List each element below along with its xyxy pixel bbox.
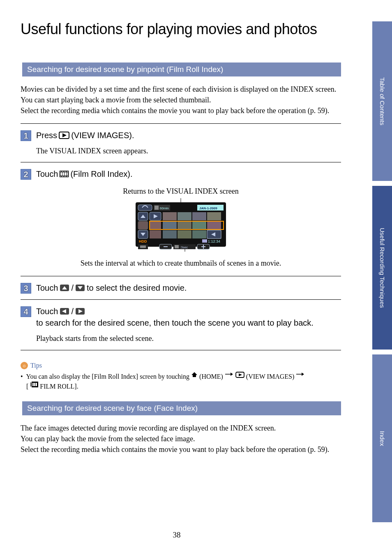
svg-rect-15 xyxy=(65,176,66,177)
svg-rect-16 xyxy=(67,176,68,177)
step-3-title: Touch / to select the desired movie. xyxy=(36,282,187,294)
step-num-1: 1 xyxy=(21,130,31,141)
section-heading-face-index: Searching for desired scene by face (Fac… xyxy=(21,401,341,415)
section1-intro: Movies can be divided by a set time and … xyxy=(21,84,341,116)
svg-marker-79 xyxy=(239,373,242,376)
page-title: Useful functions for playing movies and … xyxy=(21,21,341,38)
svg-rect-13 xyxy=(62,176,63,177)
svg-text:1:12:34: 1:12:34 xyxy=(208,239,220,243)
svg-rect-7 xyxy=(60,171,61,172)
left-button-icon xyxy=(60,308,69,315)
svg-rect-44 xyxy=(178,230,191,238)
svg-rect-6 xyxy=(67,172,68,176)
step-3: 3 Touch / to select the desired movie. xyxy=(21,276,341,300)
step-num-3: 3 xyxy=(21,283,31,294)
svg-marker-81 xyxy=(302,373,304,376)
step-2-title: Touch (Film Roll Index). xyxy=(36,168,133,180)
caption-top: Returns to the VISUAL INDEX screen xyxy=(21,187,341,196)
svg-text:60min: 60min xyxy=(160,206,169,210)
step-2: 2 Touch (Film Roll Index). Returns to th… xyxy=(21,162,341,276)
svg-marker-75 xyxy=(191,372,197,377)
svg-rect-8 xyxy=(62,171,63,172)
svg-rect-36 xyxy=(207,212,221,220)
svg-rect-43 xyxy=(163,230,177,238)
svg-text::3sec: :3sec xyxy=(180,245,188,249)
svg-rect-33 xyxy=(163,212,177,220)
svg-rect-14 xyxy=(64,176,65,177)
section-heading-film-roll: Searching for desired scene by pinpoint … xyxy=(21,63,341,76)
step-4-title: Touch / to search for the desired scene,… xyxy=(36,306,341,329)
svg-rect-5 xyxy=(65,172,66,176)
svg-rect-85 xyxy=(34,383,35,386)
right-button-icon xyxy=(75,308,85,315)
tab-index[interactable]: Index xyxy=(371,354,392,522)
svg-rect-84 xyxy=(32,383,34,386)
down-button-icon xyxy=(75,284,85,292)
svg-rect-61 xyxy=(175,245,179,248)
svg-rect-54 xyxy=(202,239,207,243)
svg-rect-21 xyxy=(154,206,159,210)
step-1: 1 Press (VIEW IMAGES). The VISUAL INDEX … xyxy=(21,124,341,162)
svg-rect-39 xyxy=(178,221,191,229)
film-roll-small-icon xyxy=(30,382,38,387)
svg-marker-1 xyxy=(62,133,67,137)
film-roll-icon xyxy=(60,171,69,177)
caption-bottom: Sets the interval at which to create thu… xyxy=(21,259,341,268)
svg-marker-77 xyxy=(231,373,233,376)
svg-rect-34 xyxy=(178,212,191,220)
tab-toc[interactable]: Table of Contents xyxy=(371,21,392,181)
tips-body: • You can also display the [Film Roll In… xyxy=(21,372,341,391)
svg-rect-38 xyxy=(163,221,177,229)
side-tabs: Table of Contents Useful Recording Techn… xyxy=(371,21,392,522)
svg-rect-42 xyxy=(150,230,161,238)
step-1-title: Press (VIEW IMAGES). xyxy=(36,130,134,141)
tips-icon: ☼ xyxy=(21,362,28,369)
page-number: 38 xyxy=(0,530,353,539)
tips-label: Tips xyxy=(30,362,42,369)
svg-rect-3 xyxy=(60,172,62,176)
step-1-body: The VISUAL INDEX screen appears. xyxy=(36,146,341,156)
tab-useful-recording[interactable]: Useful Recording Techniques xyxy=(371,185,392,350)
svg-rect-4 xyxy=(62,172,64,176)
svg-rect-41 xyxy=(207,221,221,229)
arrow-right-icon xyxy=(225,372,233,377)
svg-rect-12 xyxy=(60,176,61,177)
svg-rect-27 xyxy=(138,221,148,229)
svg-rect-11 xyxy=(67,171,68,172)
step-num-2: 2 xyxy=(21,169,31,180)
svg-text:JAN-1-2009: JAN-1-2009 xyxy=(199,206,217,210)
step-4: 4 Touch / to search for the desired scen… xyxy=(21,300,341,350)
svg-rect-86 xyxy=(36,383,37,386)
lcd-screen-illustration: 60min JAN-1-2009 xyxy=(136,198,226,252)
svg-rect-40 xyxy=(192,221,206,229)
home-icon xyxy=(191,372,198,377)
step-4-body: Playback starts from the selected scene. xyxy=(36,333,341,344)
svg-rect-45 xyxy=(192,230,206,238)
svg-rect-57 xyxy=(140,245,146,248)
arrow-right-icon xyxy=(296,372,304,377)
svg-rect-35 xyxy=(192,212,206,220)
up-button-icon xyxy=(60,284,69,292)
svg-rect-65 xyxy=(203,245,204,249)
svg-rect-37 xyxy=(150,221,161,229)
play-rect-icon xyxy=(59,132,69,139)
svg-rect-9 xyxy=(64,171,65,172)
play-rect-icon xyxy=(235,372,244,378)
step-num-4: 4 xyxy=(21,306,31,317)
svg-text:HDD: HDD xyxy=(139,239,147,243)
section2-intro: The face images detected during movie re… xyxy=(21,423,341,455)
svg-rect-10 xyxy=(65,171,66,172)
svg-rect-59 xyxy=(164,246,168,247)
